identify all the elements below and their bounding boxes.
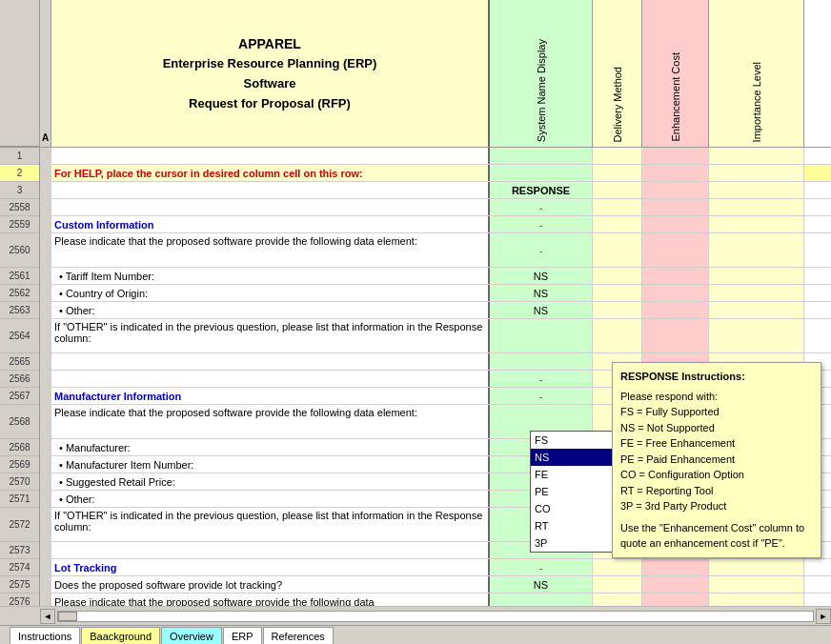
cell-2561-d[interactable] — [593, 268, 642, 284]
cell-2565-b[interactable] — [51, 353, 490, 370]
row-3: RESPONSE — [40, 182, 831, 199]
cell-2575-c[interactable]: NS — [490, 576, 593, 593]
cell-2570-b[interactable]: • Suggested Retail Price: — [51, 473, 490, 490]
cell-2562-b[interactable]: • Country of Origin: — [51, 285, 490, 301]
cell-3-b[interactable] — [51, 182, 490, 198]
cell-3-e[interactable] — [642, 182, 709, 198]
cell-2564-b[interactable]: If "OTHER" is indicated in the previous … — [51, 319, 490, 352]
cell-2574-c[interactable]: - — [490, 559, 593, 575]
cell-2562-d[interactable] — [593, 285, 642, 301]
cell-2560-c[interactable]: - — [490, 233, 593, 267]
cell-2564-d[interactable] — [593, 319, 642, 352]
cell-2563-d[interactable] — [593, 302, 642, 318]
scroll-track[interactable] — [57, 611, 814, 622]
row-2558: - — [40, 199, 831, 216]
cell-2566-c[interactable]: - — [490, 371, 593, 387]
cell-2576-e[interactable] — [642, 594, 709, 606]
cell-2559-b[interactable]: Custom Information — [51, 216, 490, 232]
cell-2559-d[interactable] — [593, 216, 642, 232]
cell-1-c[interactable] — [490, 148, 593, 164]
cell-2560-f[interactable] — [709, 233, 804, 267]
tab-instructions[interactable]: Instructions — [10, 627, 80, 644]
cell-2576-d[interactable] — [593, 594, 642, 606]
cell-2574-f[interactable] — [709, 559, 804, 575]
cell-2558-d[interactable] — [593, 199, 642, 215]
cell-2566-b[interactable] — [51, 371, 490, 387]
cell-1-d[interactable] — [593, 148, 642, 164]
cell-2564-c[interactable] — [490, 319, 593, 352]
cell-2560-b[interactable]: Please indicate that the proposed softwa… — [51, 233, 490, 267]
cell-2574-d[interactable] — [593, 559, 642, 575]
cell-2560-e[interactable] — [642, 233, 709, 267]
cell-2573-b[interactable] — [51, 542, 490, 558]
cell-2564-f[interactable] — [709, 319, 804, 352]
cell-2571-b[interactable]: • Other: — [51, 491, 490, 507]
cell-2562-f[interactable] — [709, 285, 804, 301]
cell-2559-f[interactable] — [709, 216, 804, 232]
cell-2565-c[interactable] — [490, 353, 593, 370]
scroll-right-btn[interactable]: ► — [816, 609, 831, 624]
cell-2576-b[interactable]: Please indicate that the proposed softwa… — [51, 594, 490, 606]
cell-2558-e[interactable] — [642, 199, 709, 215]
cell-2575-e[interactable] — [642, 576, 709, 593]
cell-2561-c[interactable]: NS — [490, 268, 593, 284]
response-header-text: RESPONSE — [512, 185, 570, 196]
col-b-header: APPAREL Enterprise Resource Planning (ER… — [51, 0, 490, 147]
tab-erp-label: ERP — [232, 631, 253, 642]
cell-2564-e[interactable] — [642, 319, 709, 352]
cell-2561-b[interactable]: • Tariff Item Number: — [51, 268, 490, 284]
tab-background[interactable]: Baackground — [81, 627, 160, 644]
title-line2: Enterprise Resource Planning (ERP) — [163, 54, 377, 74]
cell-2560-d[interactable] — [593, 233, 642, 267]
cell-2567-c[interactable]: - — [490, 388, 593, 404]
cell-2575-d[interactable] — [593, 576, 642, 593]
cell-2575-f[interactable] — [709, 576, 804, 593]
row-2574: Lot Tracking - — [40, 559, 831, 576]
cell-2575-b[interactable]: Does the proposed software provide lot t… — [51, 576, 490, 593]
cell-2558-b[interactable] — [51, 199, 490, 215]
cell-2558-f[interactable] — [709, 199, 804, 215]
cell-2567-b[interactable]: Manufacturer Information — [51, 388, 490, 404]
cell-2561-e[interactable] — [642, 268, 709, 284]
col-f-header: Importance Level — [709, 0, 804, 147]
cell-2-d[interactable] — [593, 165, 642, 181]
cell-2574-b[interactable]: Lot Tracking — [51, 559, 490, 575]
cell-2558-c[interactable]: - — [490, 199, 593, 215]
cell-3-c-response[interactable]: RESPONSE — [490, 182, 593, 198]
cell-2569-b[interactable]: • Manufacturer Item Number: — [51, 456, 490, 473]
cell-1-b[interactable] — [51, 148, 490, 164]
tab-overview[interactable]: Overview — [161, 627, 222, 644]
cell-1-f[interactable] — [709, 148, 804, 164]
tab-erp[interactable]: ERP — [223, 627, 262, 644]
cell-2562-e[interactable] — [642, 285, 709, 301]
cell-2568-b[interactable]: • Manufacturer: — [51, 439, 490, 455]
tooltip-line8: 3P = 3rd Party Product — [620, 498, 813, 514]
cell-2562-c[interactable]: NS — [490, 285, 593, 301]
cell-2563-c[interactable]: NS — [490, 302, 593, 318]
cell-2-b-help[interactable]: For HELP, place the cursor in desired co… — [51, 165, 490, 181]
cell-2559-c[interactable]: - — [490, 216, 593, 232]
cell-3-d[interactable] — [593, 182, 642, 198]
cell-2561-f[interactable] — [709, 268, 804, 284]
row-num-2576: 2576 — [0, 594, 39, 606]
cell-2568desc-b[interactable]: Please indicate that the proposed softwa… — [51, 405, 490, 438]
cell-2566-a — [40, 371, 51, 387]
cell-3-f[interactable] — [709, 182, 804, 198]
cell-2561-a — [40, 268, 51, 284]
cell-2574-e[interactable] — [642, 559, 709, 575]
cell-2563-f[interactable] — [709, 302, 804, 318]
cell-2564-a — [40, 319, 51, 352]
scroll-thumb[interactable] — [58, 612, 77, 621]
cell-2-c[interactable] — [490, 165, 593, 181]
cell-2563-e[interactable] — [642, 302, 709, 318]
cell-2572-b[interactable]: If "OTHER" is indicated in the previous … — [51, 508, 490, 541]
tab-references[interactable]: References — [263, 627, 334, 644]
scroll-left-btn[interactable]: ◄ — [40, 609, 55, 624]
cell-2576-c[interactable] — [490, 594, 593, 606]
cell-2-e[interactable] — [642, 165, 709, 181]
cell-1-e[interactable] — [642, 148, 709, 164]
cell-2576-f[interactable] — [709, 594, 804, 606]
cell-2563-b[interactable]: • Other: — [51, 302, 490, 318]
cell-2-f[interactable] — [709, 165, 804, 181]
cell-2559-e[interactable] — [642, 216, 709, 232]
